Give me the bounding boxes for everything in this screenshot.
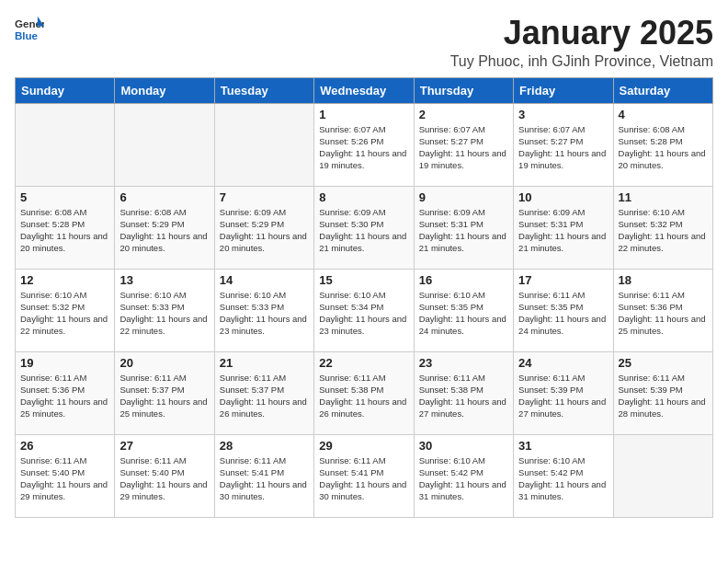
day-number: 24	[518, 356, 608, 370]
day-number: 28	[220, 439, 309, 453]
day-number: 6	[119, 190, 209, 204]
calendar-cell: 25Sunrise: 6:11 AMSunset: 5:39 PMDayligh…	[613, 351, 712, 434]
day-info: Sunrise: 6:08 AMSunset: 5:28 PMDaylight:…	[619, 123, 708, 172]
weekday-header-saturday: Saturday	[613, 77, 712, 103]
day-info: Sunrise: 6:10 AMSunset: 5:33 PMDaylight:…	[220, 289, 309, 338]
day-info: Sunrise: 6:08 AMSunset: 5:29 PMDaylight:…	[119, 206, 209, 255]
calendar-cell: 14Sunrise: 6:10 AMSunset: 5:33 PMDayligh…	[214, 269, 313, 351]
calendar-cell: 3Sunrise: 6:07 AMSunset: 5:27 PMDaylight…	[514, 103, 613, 186]
day-info: Sunrise: 6:11 AMSunset: 5:36 PMDaylight:…	[20, 372, 109, 420]
day-info: Sunrise: 6:10 AMSunset: 5:34 PMDaylight:…	[319, 289, 408, 338]
day-number: 10	[518, 190, 608, 204]
day-number: 20	[119, 356, 209, 370]
calendar-cell	[115, 103, 214, 186]
calendar-table: SundayMondayTuesdayWednesdayThursdayFrid…	[15, 77, 713, 518]
day-number: 21	[220, 356, 309, 370]
week-row-3: 12Sunrise: 6:10 AMSunset: 5:32 PMDayligh…	[16, 269, 713, 351]
header: General Blue January 2025 Tuy Phuoc, inh…	[15, 15, 713, 70]
day-info: Sunrise: 6:09 AMSunset: 5:30 PMDaylight:…	[319, 206, 408, 255]
day-number: 15	[319, 273, 408, 287]
day-info: Sunrise: 6:11 AMSunset: 5:38 PMDaylight:…	[319, 372, 408, 420]
calendar-cell: 5Sunrise: 6:08 AMSunset: 5:28 PMDaylight…	[16, 186, 115, 269]
week-row-5: 26Sunrise: 6:11 AMSunset: 5:40 PMDayligh…	[16, 434, 713, 517]
day-info: Sunrise: 6:11 AMSunset: 5:37 PMDaylight:…	[119, 372, 209, 420]
title-area: January 2025 Tuy Phuoc, inh GJinh Provin…	[450, 15, 713, 70]
day-number: 14	[220, 273, 309, 287]
day-info: Sunrise: 6:10 AMSunset: 5:32 PMDaylight:…	[20, 289, 109, 338]
day-info: Sunrise: 6:11 AMSunset: 5:38 PMDaylight:…	[419, 372, 508, 420]
day-number: 17	[518, 273, 608, 287]
calendar-cell: 27Sunrise: 6:11 AMSunset: 5:40 PMDayligh…	[115, 434, 214, 517]
calendar-subtitle: Tuy Phuoc, inh GJinh Province, Vietnam	[450, 53, 713, 70]
logo: General Blue	[15, 15, 44, 44]
day-info: Sunrise: 6:09 AMSunset: 5:31 PMDaylight:…	[419, 206, 508, 255]
day-info: Sunrise: 6:11 AMSunset: 5:41 PMDaylight:…	[319, 454, 408, 503]
weekday-header-sunday: Sunday	[16, 77, 115, 103]
calendar-cell: 2Sunrise: 6:07 AMSunset: 5:27 PMDaylight…	[414, 103, 513, 186]
day-number: 1	[319, 108, 408, 121]
week-row-2: 5Sunrise: 6:08 AMSunset: 5:28 PMDaylight…	[16, 186, 713, 269]
day-info: Sunrise: 6:11 AMSunset: 5:39 PMDaylight:…	[619, 372, 708, 420]
day-number: 27	[119, 439, 209, 453]
calendar-cell: 19Sunrise: 6:11 AMSunset: 5:36 PMDayligh…	[16, 351, 115, 434]
day-info: Sunrise: 6:11 AMSunset: 5:37 PMDaylight:…	[220, 372, 309, 420]
day-info: Sunrise: 6:07 AMSunset: 5:26 PMDaylight:…	[319, 123, 408, 172]
calendar-cell: 4Sunrise: 6:08 AMSunset: 5:28 PMDaylight…	[613, 103, 712, 186]
day-number: 4	[619, 108, 708, 121]
day-number: 8	[319, 190, 408, 204]
calendar-cell: 31Sunrise: 6:10 AMSunset: 5:42 PMDayligh…	[514, 434, 613, 517]
calendar-cell: 6Sunrise: 6:08 AMSunset: 5:29 PMDaylight…	[115, 186, 214, 269]
day-info: Sunrise: 6:11 AMSunset: 5:39 PMDaylight:…	[518, 372, 608, 420]
calendar-cell: 21Sunrise: 6:11 AMSunset: 5:37 PMDayligh…	[214, 351, 313, 434]
day-number: 26	[20, 439, 109, 453]
calendar-cell: 20Sunrise: 6:11 AMSunset: 5:37 PMDayligh…	[115, 351, 214, 434]
calendar-cell: 11Sunrise: 6:10 AMSunset: 5:32 PMDayligh…	[613, 186, 712, 269]
weekday-header-friday: Friday	[514, 77, 613, 103]
weekday-header-monday: Monday	[115, 77, 214, 103]
day-number: 5	[20, 190, 109, 204]
calendar-cell: 17Sunrise: 6:11 AMSunset: 5:35 PMDayligh…	[514, 269, 613, 351]
day-info: Sunrise: 6:10 AMSunset: 5:35 PMDaylight:…	[419, 289, 508, 338]
calendar-cell	[214, 103, 313, 186]
calendar-cell: 10Sunrise: 6:09 AMSunset: 5:31 PMDayligh…	[514, 186, 613, 269]
day-number: 2	[419, 108, 508, 121]
calendar-title: January 2025	[450, 15, 713, 52]
calendar-cell: 30Sunrise: 6:10 AMSunset: 5:42 PMDayligh…	[414, 434, 513, 517]
svg-text:Blue: Blue	[15, 30, 39, 41]
day-info: Sunrise: 6:11 AMSunset: 5:40 PMDaylight:…	[20, 454, 109, 503]
day-info: Sunrise: 6:10 AMSunset: 5:42 PMDaylight:…	[518, 454, 608, 503]
day-info: Sunrise: 6:10 AMSunset: 5:33 PMDaylight:…	[119, 289, 209, 338]
day-info: Sunrise: 6:11 AMSunset: 5:36 PMDaylight:…	[619, 289, 708, 338]
day-number: 30	[419, 439, 508, 453]
day-number: 11	[619, 190, 708, 204]
day-info: Sunrise: 6:09 AMSunset: 5:29 PMDaylight:…	[220, 206, 309, 255]
day-number: 13	[119, 273, 209, 287]
day-number: 29	[319, 439, 408, 453]
calendar-cell: 29Sunrise: 6:11 AMSunset: 5:41 PMDayligh…	[314, 434, 414, 517]
day-info: Sunrise: 6:09 AMSunset: 5:31 PMDaylight:…	[518, 206, 608, 255]
day-info: Sunrise: 6:10 AMSunset: 5:42 PMDaylight:…	[419, 454, 508, 503]
logo-icon: General Blue	[15, 15, 44, 44]
weekday-header-row: SundayMondayTuesdayWednesdayThursdayFrid…	[16, 77, 713, 103]
day-number: 3	[518, 108, 608, 121]
day-number: 31	[518, 439, 608, 453]
day-info: Sunrise: 6:11 AMSunset: 5:40 PMDaylight:…	[119, 454, 209, 503]
day-info: Sunrise: 6:07 AMSunset: 5:27 PMDaylight:…	[518, 123, 608, 172]
calendar-cell: 16Sunrise: 6:10 AMSunset: 5:35 PMDayligh…	[414, 269, 513, 351]
calendar-cell	[613, 434, 712, 517]
calendar-cell: 15Sunrise: 6:10 AMSunset: 5:34 PMDayligh…	[314, 269, 414, 351]
weekday-header-thursday: Thursday	[414, 77, 513, 103]
day-info: Sunrise: 6:08 AMSunset: 5:28 PMDaylight:…	[20, 206, 109, 255]
day-info: Sunrise: 6:10 AMSunset: 5:32 PMDaylight:…	[619, 206, 708, 255]
day-number: 23	[419, 356, 508, 370]
calendar-cell: 18Sunrise: 6:11 AMSunset: 5:36 PMDayligh…	[613, 269, 712, 351]
calendar-cell: 24Sunrise: 6:11 AMSunset: 5:39 PMDayligh…	[514, 351, 613, 434]
calendar-cell: 8Sunrise: 6:09 AMSunset: 5:30 PMDaylight…	[314, 186, 414, 269]
day-number: 25	[619, 356, 708, 370]
day-number: 18	[619, 273, 708, 287]
day-number: 12	[20, 273, 109, 287]
calendar-cell	[16, 103, 115, 186]
calendar-cell: 9Sunrise: 6:09 AMSunset: 5:31 PMDaylight…	[414, 186, 513, 269]
day-number: 22	[319, 356, 408, 370]
calendar-cell: 13Sunrise: 6:10 AMSunset: 5:33 PMDayligh…	[115, 269, 214, 351]
